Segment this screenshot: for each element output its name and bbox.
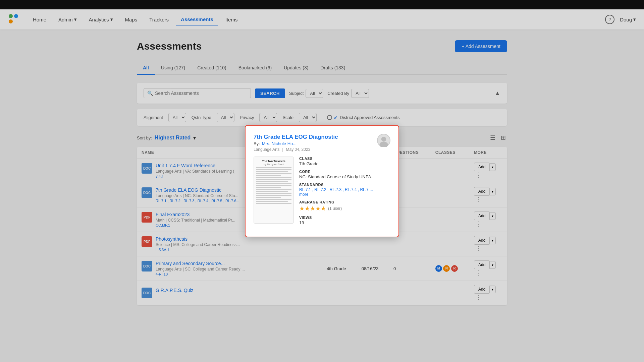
preview-line: [256, 183, 291, 184]
svg-point-4: [379, 141, 388, 147]
assessment-popup: 7th Grade ELA EOG Diagnostic By: Mrs. Ni…: [245, 125, 399, 237]
preview-line: [256, 181, 288, 182]
preview-line: [256, 167, 291, 168]
preview-line: [256, 193, 291, 194]
popup-rating-row: AVERAGE RATING ★★★★★ (1 user): [299, 200, 390, 212]
popup-header-inner: 7th Grade ELA EOG Diagnostic By: Mrs. Ni…: [254, 134, 377, 146]
popup-author[interactable]: Mrs. Nichole Ho...: [262, 141, 297, 146]
popup-views-label: VIEWS: [299, 216, 390, 220]
popup-preview: The Two Travelers by Ella Lyman Cabot: [254, 157, 294, 224]
preview-line: [256, 199, 291, 200]
popup-views-row: VIEWS 19: [299, 216, 390, 225]
popup-standards-value[interactable]: RL.7.1 , RL.7.2 , RL.7.3 , RL.7.4 , RL.7…: [299, 187, 390, 192]
popup-by: By: Mrs. Nichole Ho...: [254, 141, 377, 146]
preview-line: [256, 177, 291, 178]
popup-title: 7th Grade ELA EOG Diagnostic: [254, 134, 377, 140]
popup-preview-subtitle: by Ella Lyman Cabot: [264, 163, 284, 166]
popup-preview-lines: [256, 167, 291, 205]
preview-line: [256, 195, 291, 196]
preview-line: [256, 187, 281, 188]
preview-line: [256, 171, 288, 172]
preview-line: [256, 175, 281, 176]
popup-standards-row: STANDARDS RL.7.1 , RL.7.2 , RL.7.3 , RL.…: [299, 183, 390, 197]
preview-line: [256, 179, 291, 180]
popup-rating-label: AVERAGE RATING: [299, 200, 390, 204]
popup-class-value: 7th Grade: [299, 161, 390, 166]
preview-line: [256, 189, 291, 190]
preview-line: [256, 173, 291, 174]
preview-line: [256, 197, 281, 198]
preview-line: [256, 169, 291, 170]
popup-info: CLASS 7th Grade CORE NC: Standard Course…: [299, 157, 390, 229]
popup-preview-title: The Two Travelers: [262, 160, 285, 163]
popup-class-row: CLASS 7th Grade: [299, 157, 390, 166]
popup-core-value: NC: Standard Course of Study UNPA...: [299, 174, 390, 179]
popup-core-label: CORE: [299, 170, 390, 174]
popup-class-label: CLASS: [299, 157, 390, 161]
popup-rating-display: ★★★★★ (1 user): [299, 205, 390, 212]
svg-point-3: [381, 137, 386, 141]
popup-views-value: 19: [299, 220, 390, 225]
popup-header: 7th Grade ELA EOG Diagnostic By: Mrs. Ni…: [254, 134, 390, 152]
preview-line: [256, 191, 288, 192]
popup-body: The Two Travelers by Ella Lyman Cabot: [254, 157, 390, 229]
popup-overlay: 7th Grade ELA EOG Diagnostic By: Mrs. Ni…: [0, 0, 644, 316]
popup-meta: Language Arts | May 04, 2023: [254, 147, 390, 152]
popup-standards-label: STANDARDS: [299, 183, 390, 187]
star-rating: ★★★★★: [299, 205, 326, 212]
popup-standards-more[interactable]: more: [299, 192, 390, 197]
rating-count: (1 user): [328, 206, 342, 211]
preview-line: [256, 201, 288, 202]
preview-line: [256, 185, 291, 186]
popup-core-row: CORE NC: Standard Course of Study UNPA..…: [299, 170, 390, 179]
preview-line: [256, 203, 291, 204]
popup-avatar: [377, 134, 390, 147]
